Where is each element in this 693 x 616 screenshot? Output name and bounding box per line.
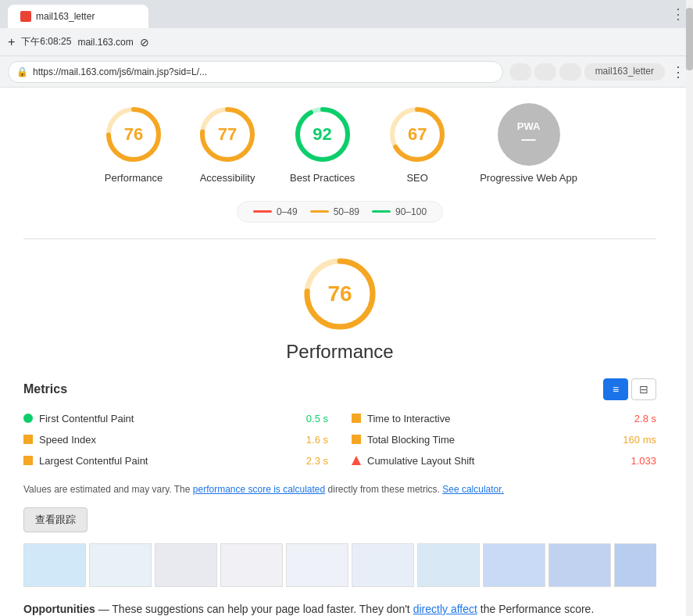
system-time: 下午6:08:25 [21,35,71,48]
metrics-section: Metrics ≡ ⊟ First Contentful Paint 0.5 s [23,378,656,467]
legend-orange-line [310,210,329,213]
metrics-header: Metrics ≡ ⊟ [23,378,656,400]
active-tab[interactable]: mail163_letter [8,5,148,28]
tab-pill-1[interactable] [509,63,531,81]
filmstrip-thumb-3 [155,543,217,587]
more-options-icon[interactable]: ⋮ [671,5,685,23]
filmstrip [23,543,656,587]
new-tab-icon[interactable]: + [8,35,15,49]
tti-indicator [352,414,361,423]
cls-value: 1.033 [630,455,656,467]
system-domain: mail.163.com [77,37,133,48]
filmstrip-thumb-8 [483,543,545,587]
pwa-dash: — [522,131,536,148]
tab-bar: mail163_letter ⋮ [0,0,693,28]
note-text-1: Values are estimated and may vary. The [23,484,193,495]
metrics-note: Values are estimated and may vary. The p… [23,482,656,496]
tab-title: mail163_letter [36,11,95,22]
divider [23,238,656,239]
metric-total-blocking-time: Total Blocking Time 160 ms [352,434,656,446]
lock-icon: 🔒 [16,66,28,77]
system-bar: + 下午6:08:25 mail.163.com ⊘ [0,28,693,56]
filmstrip-thumb-10 [614,543,656,587]
big-performance-circle: 76 [301,255,379,333]
metric-first-contentful-paint: First Contentful Paint 0.5 s [23,413,328,424]
opportunities-title: Opportunities [23,603,95,615]
accessibility-score: 77 [218,124,237,145]
opportunities-section: Opportunities — These suggestions can he… [23,603,656,615]
legend-green: 90–100 [372,206,427,217]
scores-row: 76 Performance 77 Accessibility [23,103,656,185]
browser-menu-icon[interactable]: ⋮ [671,63,685,81]
perf-score-link[interactable]: performance score is calculated [193,484,325,495]
legend-green-label: 90–100 [395,206,427,217]
system-icon: ⊘ [140,36,149,48]
filmstrip-thumb-9 [548,543,611,587]
note-text-2: directly from these metrics. [325,484,440,495]
performance-circle: 76 [102,103,165,166]
performance-label: Performance [105,172,163,185]
scrollbar-thumb[interactable] [686,8,693,70]
cls-indicator [352,456,361,465]
directly-affect-link[interactable]: directly affect [413,603,477,615]
legend-green-line [372,210,391,213]
grid-view-button[interactable]: ≡ [603,378,628,400]
metrics-toggle: ≡ ⊟ [603,378,656,400]
accessibility-circle: 77 [196,103,259,166]
seo-circle: 67 [386,103,448,166]
address-bar[interactable]: 🔒 https://mail.163.com/js6/main.jsp?sid=… [8,61,503,83]
grid-view-icon: ≡ [613,383,619,396]
filmstrip-thumb-4 [220,543,283,587]
metric-speed-index: Speed Index 1.6 s [23,434,328,446]
metric-largest-contentful-paint: Largest Contentful Paint 2.3 s [23,455,328,467]
tab-pill-3[interactable] [559,63,581,81]
metric-time-to-interactive: Time to Interactive 2.8 s [352,413,656,424]
fcp-value: 0.5 s [306,413,328,424]
score-performance: 76 Performance [102,103,165,185]
tab-favicon [20,11,31,22]
legend-orange: 50–89 [310,206,359,217]
metrics-grid: First Contentful Paint 0.5 s Time to Int… [23,413,656,467]
accessibility-label: Accessibility [200,172,255,185]
pwa-text: PWA [517,121,541,131]
tbt-name: Total Blocking Time [367,434,616,446]
address-bar-row: 🔒 https://mail.163.com/js6/main.jsp?sid=… [0,56,693,88]
filmstrip-thumb-7 [417,543,480,587]
tab-pills: mail163_letter [509,63,665,81]
filmstrip-thumb-6 [352,543,414,587]
lcp-indicator [23,456,33,465]
opportunities-desc2: the Performance score. [480,603,595,615]
legend-red-label: 0–49 [277,206,298,217]
lcp-value: 2.3 s [306,455,328,467]
metric-cumulative-layout-shift: Cumulative Layout Shift 1.033 [352,455,656,467]
fcp-name: First Contentful Paint [39,413,300,424]
score-accessibility: 77 Accessibility [196,103,259,185]
tbt-value: 160 ms [623,434,656,446]
tbt-indicator [352,435,361,444]
seo-label: SEO [406,172,427,185]
score-best-practices: 92 Best Practices [290,103,355,185]
score-pwa: PWA — Progressive Web App [480,103,577,185]
main-content: 76 Performance 77 Accessibility [0,88,680,616]
seo-score: 67 [408,124,427,145]
list-view-icon: ⊟ [639,383,648,396]
mail-tab[interactable]: mail163_letter [584,63,665,81]
tti-name: Time to Interactive [367,413,628,424]
big-score-section: 76 Performance [23,255,656,363]
list-view-button[interactable]: ⊟ [631,378,656,400]
tab-pill-2[interactable] [534,63,556,81]
performance-score: 76 [124,124,143,145]
page-wrapper: mail163_letter ⋮ + 下午6:08:25 mail.163.co… [0,0,693,616]
best-practices-label: Best Practices [290,172,355,185]
legend-red: 0–49 [253,206,298,217]
score-legend: 0–49 50–89 90–100 [237,201,443,223]
calculator-link[interactable]: See calculator. [442,484,504,495]
best-practices-score: 92 [313,124,331,145]
score-seo: 67 SEO [386,103,448,185]
si-value: 1.6 s [306,434,328,446]
scrollbar[interactable] [686,0,693,616]
url-text: https://mail.163.com/js6/main.jsp?sid=L/… [33,66,207,77]
legend-orange-label: 50–89 [334,206,359,217]
fcp-indicator [23,414,33,423]
trace-button[interactable]: 查看跟踪 [23,507,88,532]
